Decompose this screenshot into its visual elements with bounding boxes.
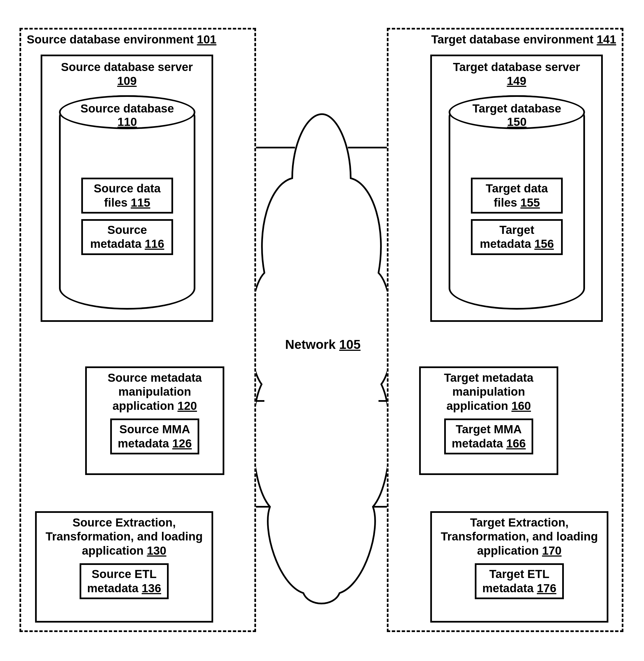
target-env: Target database environment 141 Target d… xyxy=(387,28,623,632)
source-etl-metadata: Source ETL metadata 136 xyxy=(79,563,169,599)
source-env-title: Source database environment 101 xyxy=(27,33,216,46)
source-db-server-title: Source database server109 xyxy=(45,60,209,88)
target-db-server-title: Target database server149 xyxy=(435,60,598,88)
source-db-server: Source database server109 Source databas… xyxy=(41,54,213,322)
source-db-cylinder: Source database110 Source data files 115… xyxy=(59,95,196,310)
target-etl: Target Extraction, Transformation, and l… xyxy=(430,511,608,622)
diagram-canvas: Network 105 Source database environment … xyxy=(0,0,644,661)
source-db-label: Source database110 xyxy=(61,102,194,129)
target-mma: Target metadata manipulation application… xyxy=(419,367,558,475)
target-env-title: Target database environment 141 xyxy=(431,33,616,46)
source-env: Source database environment 101 Source d… xyxy=(20,28,256,632)
target-mma-title: Target metadata manipulation application… xyxy=(423,371,554,413)
target-mma-metadata: Target MMA metadata 166 xyxy=(444,418,533,455)
target-db-label: Target database150 xyxy=(450,102,583,129)
source-mma-title: Source metadata manipulation application… xyxy=(90,371,220,413)
network-label: Network 105 xyxy=(284,337,362,352)
source-etl-title: Source Extraction, Transformation, and l… xyxy=(40,516,209,558)
source-mma-metadata: Source MMA metadata 126 xyxy=(110,418,199,455)
source-etl: Source Extraction, Transformation, and l… xyxy=(35,511,213,622)
source-mma: Source metadata manipulation application… xyxy=(85,367,224,475)
target-data-files: Target data files 155 xyxy=(471,178,563,214)
target-db-cylinder: Target database150 Target data files 155… xyxy=(448,95,585,310)
source-data-files: Source data files 115 xyxy=(81,178,173,214)
source-metadata: Source metadata 116 xyxy=(81,219,173,255)
target-etl-title: Target Extraction, Transformation, and l… xyxy=(435,516,604,558)
target-metadata: Target metadata 156 xyxy=(471,219,563,255)
target-etl-metadata: Target ETL metadata 176 xyxy=(475,563,564,599)
network-cloud xyxy=(251,114,393,604)
target-db-server: Target database server149 Target databas… xyxy=(430,54,603,322)
